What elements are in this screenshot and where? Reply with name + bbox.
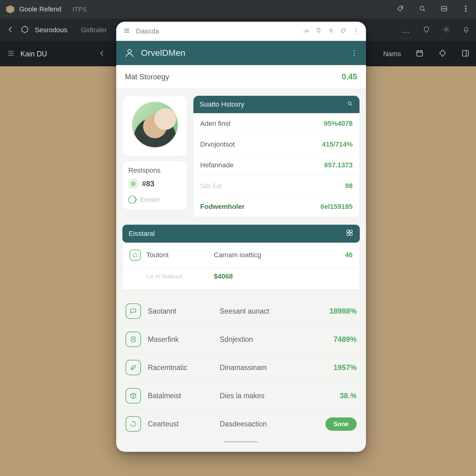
gear-icon[interactable] bbox=[443, 26, 450, 34]
avatar-card bbox=[122, 95, 187, 156]
panel-top-title: Dascda bbox=[136, 27, 159, 35]
history-row[interactable]: Fodwemholer6el159185 bbox=[193, 196, 359, 217]
svg-rect-15 bbox=[347, 230, 349, 232]
cat-mid: Camam ioatticg bbox=[214, 251, 340, 259]
history-title: Suatto Hstosry bbox=[200, 100, 244, 108]
svg-point-10 bbox=[128, 50, 131, 53]
profile-name: OrvelDMen bbox=[141, 48, 185, 58]
history-row[interactable]: Drvojontsot415/714% bbox=[193, 134, 359, 155]
action-pill[interactable]: Sone bbox=[325, 417, 357, 431]
chevron-left-icon[interactable] bbox=[98, 49, 106, 59]
history-row[interactable]: Sds Est98 bbox=[193, 175, 359, 196]
pin-icon[interactable] bbox=[328, 27, 334, 35]
svg-point-12 bbox=[132, 183, 133, 184]
shield-icon[interactable] bbox=[423, 26, 430, 34]
diamond-icon[interactable] bbox=[438, 49, 447, 59]
history-row[interactable]: Hefannade657.1373 bbox=[193, 155, 359, 175]
third-bar-label[interactable]: Nams bbox=[383, 50, 401, 58]
history-card: Suatto Hstosry Aden finst95%4078 Drvojon… bbox=[193, 95, 360, 217]
side-heading: Restspons bbox=[128, 166, 182, 174]
cat-sub-mid: $4068 bbox=[214, 272, 345, 280]
svg-rect-17 bbox=[347, 233, 349, 236]
bell-icon[interactable] bbox=[462, 26, 470, 34]
summary-value: 0.45 bbox=[342, 72, 357, 82]
svg-point-0 bbox=[401, 7, 402, 8]
svg-point-6 bbox=[445, 29, 447, 30]
svg-point-14 bbox=[348, 102, 351, 105]
menu-icon[interactable] bbox=[7, 49, 15, 59]
category-sub-row: Lls m Suliesst $4068 . bbox=[122, 268, 360, 290]
svg-rect-7 bbox=[417, 51, 423, 56]
face-icon bbox=[128, 179, 138, 189]
more-dots[interactable]: … bbox=[402, 25, 410, 35]
tag-icon[interactable] bbox=[397, 5, 405, 14]
search-icon[interactable] bbox=[418, 5, 426, 14]
cube-icon bbox=[126, 388, 141, 403]
avatar[interactable] bbox=[132, 101, 178, 148]
cat-sub-label: Lls m Suliesst bbox=[146, 273, 208, 280]
svg-point-5 bbox=[465, 11, 466, 11]
panel-menu-icon[interactable] bbox=[123, 27, 130, 36]
svg-point-11 bbox=[131, 182, 135, 186]
panel-hero: OrvelDMen ⋮ bbox=[116, 41, 366, 65]
svg-point-4 bbox=[465, 8, 466, 9]
app-name: Goole Refend bbox=[19, 5, 61, 13]
handle-bar bbox=[224, 441, 258, 443]
arrow-circle-icon[interactable] bbox=[128, 196, 136, 204]
third-bar-title: Kain DU bbox=[20, 50, 47, 58]
hero-kebab-icon[interactable]: ⋮ bbox=[350, 49, 358, 57]
loop-icon bbox=[126, 416, 141, 432]
svg-rect-8 bbox=[463, 51, 469, 56]
person-icon bbox=[124, 48, 135, 58]
list-item[interactable]: Maserfink Sdnjextion 7489% bbox=[122, 325, 360, 353]
home-icon bbox=[130, 249, 141, 261]
panel-kebab-icon[interactable]: ⋮ bbox=[352, 27, 359, 35]
signal-icon[interactable] bbox=[303, 27, 310, 35]
list-item[interactable]: Racemtnatic Dinamassinam 1957% bbox=[122, 353, 360, 381]
panel-icon[interactable] bbox=[461, 49, 470, 59]
summary-label: Mat Storoegy bbox=[125, 73, 169, 81]
metrics-list: Saotannt Seesant aunact 18988% Maserfink… bbox=[122, 297, 360, 438]
section-header: Eisstaral bbox=[122, 225, 360, 243]
side-stat: #83 bbox=[142, 179, 154, 188]
svg-point-1 bbox=[420, 6, 424, 10]
breadcrumb-1[interactable]: Sesrodous bbox=[35, 26, 67, 34]
history-search-icon[interactable] bbox=[346, 100, 353, 109]
grid-icon[interactable] bbox=[346, 229, 354, 239]
browser-top-bar: Goole Refend ITPS bbox=[0, 0, 476, 19]
section-title: Eisstaral bbox=[129, 230, 155, 238]
app-panel: Dascda ⋮ OrvelDMen ⋮ Mat Storoegy 0.45 R… bbox=[116, 22, 366, 452]
calendar-icon[interactable] bbox=[415, 49, 424, 59]
cat-label: Toutont bbox=[146, 251, 208, 259]
svg-point-13 bbox=[134, 183, 134, 184]
svg-point-3 bbox=[465, 6, 466, 7]
panel-top-bar: Dascda ⋮ bbox=[116, 22, 366, 41]
svg-rect-16 bbox=[350, 230, 352, 232]
image-icon[interactable] bbox=[440, 5, 448, 14]
side-footer[interactable]: Eemint bbox=[140, 196, 159, 203]
nav-back-icon[interactable] bbox=[6, 25, 15, 35]
history-header: Suatto Hstosry bbox=[193, 96, 359, 113]
cat-value: 46 bbox=[345, 251, 353, 259]
list-item[interactable]: Batalmeist Dies la makes 38.% bbox=[122, 381, 360, 410]
tag2-icon[interactable] bbox=[340, 27, 347, 35]
app-logo-icon bbox=[6, 5, 14, 13]
svg-rect-18 bbox=[350, 233, 352, 236]
kebab-icon[interactable] bbox=[462, 5, 470, 14]
tab-label[interactable]: ITPS bbox=[73, 6, 87, 13]
list-item[interactable]: Saotannt Seesant aunact 18988% bbox=[122, 297, 360, 325]
chat-icon bbox=[126, 303, 141, 319]
history-row[interactable]: Aden finst95%4078 bbox=[193, 113, 359, 134]
breadcrumb-2[interactable]: Gidtraler bbox=[81, 26, 107, 34]
cup-icon[interactable] bbox=[315, 27, 322, 35]
category-row[interactable]: Toutont Camam ioatticg 46 bbox=[122, 243, 360, 268]
leaf-icon bbox=[126, 360, 141, 375]
side-card: Restspons #83 Eemint bbox=[122, 161, 187, 210]
note-icon bbox=[126, 332, 141, 347]
hex-icon bbox=[20, 25, 29, 35]
svg-point-9 bbox=[330, 29, 332, 31]
summary-bar: Mat Storoegy 0.45 bbox=[116, 65, 366, 89]
list-item[interactable]: Cearteust Dasdeesaction Sone bbox=[122, 410, 360, 438]
